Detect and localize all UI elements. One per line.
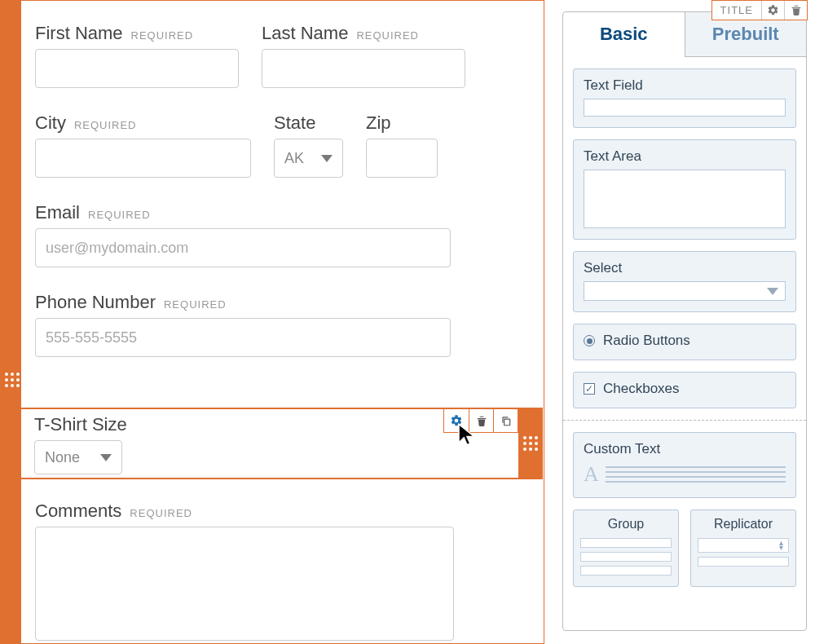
- field-zip[interactable]: Zip: [366, 112, 438, 178]
- zip-input[interactable]: [366, 139, 438, 178]
- field-city[interactable]: City REQUIRED: [35, 112, 251, 178]
- trash-icon: [791, 4, 802, 16]
- component-label: Text Field: [584, 77, 786, 94]
- checkbox-icon: ✓: [584, 383, 595, 395]
- field-email[interactable]: Email REQUIRED: [35, 202, 451, 267]
- field-phone[interactable]: Phone Number REQUIRED: [35, 292, 451, 357]
- select-preview: [584, 281, 786, 301]
- component-select[interactable]: Select: [573, 251, 796, 312]
- component-label: Replicator: [698, 517, 789, 532]
- required-tag: REQUIRED: [74, 119, 137, 131]
- component-text-field[interactable]: Text Field: [573, 68, 796, 128]
- field-comments[interactable]: Comments REQUIRED: [35, 501, 465, 644]
- field-delete-button[interactable]: [469, 409, 493, 432]
- trash-icon: [476, 415, 487, 427]
- field-first-name[interactable]: First Name REQUIRED: [35, 23, 239, 88]
- email-input[interactable]: [35, 228, 451, 267]
- component-palette: Basic Prebuilt Text Field Text Area Sele…: [562, 11, 807, 631]
- field-tshirt-selected[interactable]: T-Shirt Size None: [21, 408, 543, 479]
- component-radio[interactable]: Radio Buttons: [573, 324, 796, 360]
- copy-icon: [500, 415, 512, 427]
- field-action-bar: [443, 408, 518, 433]
- label-phone: Phone Number: [35, 292, 156, 313]
- field-settings-button[interactable]: [444, 409, 469, 432]
- label-zip: Zip: [366, 112, 391, 134]
- palette-divider: [563, 420, 806, 421]
- comments-textarea[interactable]: [35, 527, 454, 641]
- replicator-preview-line: [698, 557, 789, 567]
- component-label: Custom Text: [584, 441, 786, 457]
- chevron-down-icon: [767, 288, 778, 295]
- first-name-input[interactable]: [35, 49, 239, 88]
- state-select[interactable]: AK: [274, 139, 343, 178]
- form-title-toolbar: TITLE: [711, 0, 808, 20]
- text-field-preview: [584, 99, 786, 117]
- component-label: Select: [584, 260, 786, 276]
- chevron-down-icon: [100, 454, 112, 461]
- component-label: Radio Buttons: [603, 333, 690, 349]
- title-settings-button[interactable]: [761, 1, 784, 20]
- field-drag-handle[interactable]: [518, 409, 543, 478]
- gear-icon: [450, 414, 463, 427]
- form-drag-rail[interactable]: [0, 1, 21, 643]
- group-preview-line: [580, 566, 672, 576]
- component-label: Group: [580, 517, 672, 532]
- replicator-preview-select: ▴▾: [698, 538, 789, 553]
- svg-rect-0: [504, 419, 509, 426]
- text-icon: A: [584, 462, 599, 487]
- group-preview-line: [580, 552, 672, 562]
- form-body: First Name REQUIRED Last Name REQUIRED C…: [35, 23, 524, 382]
- tshirt-value: None: [45, 449, 80, 466]
- label-comments: Comments: [35, 501, 121, 522]
- required-tag: REQUIRED: [88, 209, 151, 221]
- form-canvas: First Name REQUIRED Last Name REQUIRED C…: [0, 0, 544, 644]
- chevron-down-icon: [321, 155, 333, 162]
- component-checkboxes[interactable]: ✓ Checkboxes: [573, 372, 796, 408]
- tab-basic[interactable]: Basic: [563, 12, 685, 57]
- state-value: AK: [284, 150, 304, 167]
- component-label: Text Area: [584, 148, 786, 165]
- text-lines-preview: [606, 466, 786, 483]
- phone-input[interactable]: [35, 318, 451, 357]
- label-email: Email: [35, 202, 80, 223]
- required-tag: REQUIRED: [164, 298, 227, 311]
- gear-icon: [767, 4, 779, 16]
- field-duplicate-button[interactable]: [493, 409, 518, 432]
- field-last-name[interactable]: Last Name REQUIRED: [262, 23, 465, 88]
- required-tag: REQUIRED: [131, 29, 194, 42]
- required-tag: REQUIRED: [356, 29, 419, 42]
- required-tag: REQUIRED: [130, 507, 192, 519]
- label-state: State: [274, 112, 315, 134]
- city-input[interactable]: [35, 139, 251, 178]
- component-custom-text[interactable]: Custom Text A: [573, 432, 796, 498]
- title-label: TITLE: [712, 1, 761, 20]
- component-text-area[interactable]: Text Area: [573, 139, 796, 240]
- title-delete-button[interactable]: [784, 1, 807, 20]
- field-state[interactable]: State AK: [274, 112, 343, 178]
- drag-handle-icon: [523, 436, 538, 451]
- text-area-preview: [584, 170, 786, 228]
- tshirt-select[interactable]: None: [34, 440, 122, 474]
- radio-icon: [584, 335, 595, 346]
- component-replicator[interactable]: Replicator ▴▾: [690, 509, 796, 587]
- label-first-name: First Name: [35, 23, 123, 44]
- label-tshirt: T-Shirt Size: [34, 414, 127, 435]
- group-preview-line: [580, 538, 672, 548]
- drag-handle-icon: [5, 373, 20, 387]
- label-city: City: [35, 112, 66, 134]
- component-group[interactable]: Group: [573, 509, 679, 587]
- component-label: Checkboxes: [603, 381, 680, 397]
- last-name-input[interactable]: [262, 49, 465, 88]
- label-last-name: Last Name: [262, 23, 348, 44]
